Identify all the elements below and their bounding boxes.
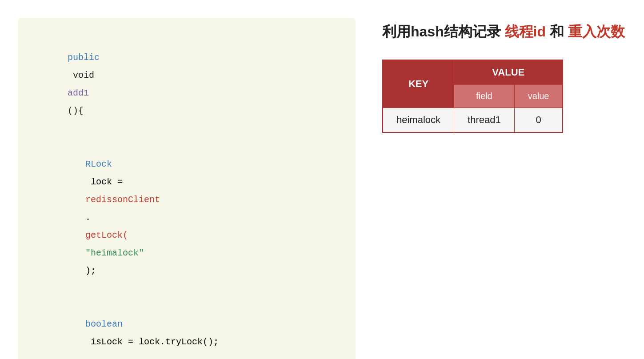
title-middle: 和 xyxy=(550,24,564,40)
hash-table: KEY VALUE field value heimalock thread1 … xyxy=(382,60,563,133)
right-panel: 利用hash结构记录 线程id 和 重入次数 KEY VALUE field v… xyxy=(382,18,626,133)
redisson-client: redissonClient xyxy=(85,195,160,205)
key-header: KEY xyxy=(383,60,454,108)
add1-line2: boolean isLock = lock.tryLock(); xyxy=(36,298,338,359)
dot1: . xyxy=(85,212,91,223)
method-add1: add1 xyxy=(68,88,89,98)
lock-assign: lock = xyxy=(85,177,128,187)
rlock-type: RLock xyxy=(85,159,112,169)
add1-line1: RLock lock = redissonClient . getLock( "… xyxy=(36,138,338,298)
boolean-type1: boolean xyxy=(85,319,123,329)
islock-assign1: isLock = lock.tryLock(); xyxy=(85,337,219,347)
heimalock-string: "heimalock" xyxy=(85,248,144,258)
field-subheader: field xyxy=(454,85,515,108)
title-highlight2: 重入次数 xyxy=(568,24,625,40)
title-highlight1: 线程id xyxy=(505,24,546,40)
page-title: 利用hash结构记录 线程id 和 重入次数 xyxy=(382,22,625,42)
keyword-public: public xyxy=(68,52,100,63)
value-header: VALUE xyxy=(454,60,563,85)
code-panel: public void add1 (){ RLock lock = rediss… xyxy=(18,18,356,359)
paren-end1: ); xyxy=(85,266,96,276)
getlock-method: getLock( xyxy=(85,230,128,240)
add1-method: public void add1 (){ RLock lock = rediss… xyxy=(36,31,338,359)
value-subheader: value xyxy=(514,85,563,108)
table-row: heimalock thread1 0 xyxy=(383,108,563,133)
keyword-void: void xyxy=(68,70,100,80)
row-key: heimalock xyxy=(383,108,454,133)
add1-paren: (){ xyxy=(68,106,84,116)
row-field: thread1 xyxy=(454,108,515,133)
add1-signature: public void add1 (){ xyxy=(36,31,338,138)
title-prefix: 利用hash结构记录 xyxy=(382,24,501,40)
row-value: 0 xyxy=(514,108,563,133)
